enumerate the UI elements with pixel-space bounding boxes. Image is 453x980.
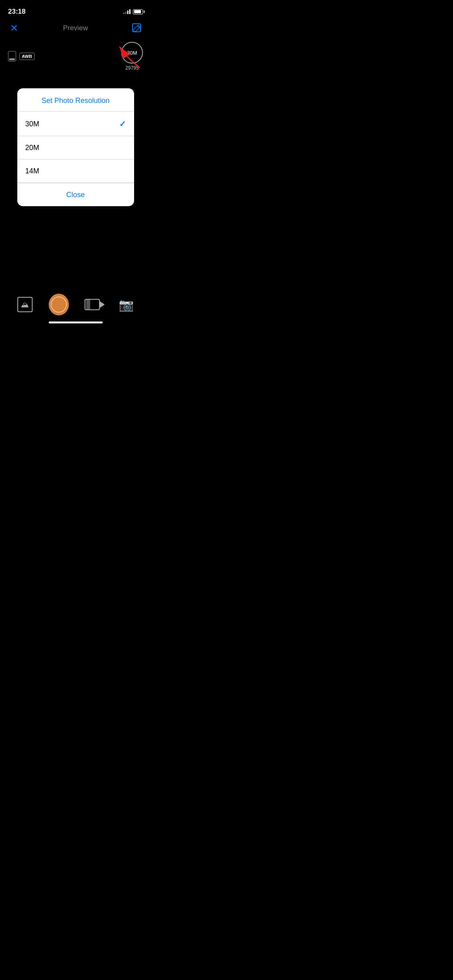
resolution-dialog: Set Photo Resolution 30M ✓ 20M 14M Close xyxy=(17,89,134,206)
camera-controls: AWB 30M 29795 xyxy=(0,39,151,74)
option-14m-label: 14M xyxy=(25,167,39,175)
header: ✕ Preview xyxy=(0,18,151,39)
dialog-title: Set Photo Resolution xyxy=(17,89,134,111)
close-button[interactable]: ✕ xyxy=(8,22,20,34)
video-toggle-button[interactable] xyxy=(82,294,102,315)
gallery-button[interactable]: ⛰ xyxy=(15,294,35,315)
status-icons xyxy=(123,9,143,14)
photo-camera-button[interactable]: 📷 xyxy=(116,294,136,315)
signal-bar-3 xyxy=(127,10,128,14)
signal-icon xyxy=(123,9,130,14)
camera-battery-icon xyxy=(8,51,16,62)
signal-bar-1 xyxy=(123,12,124,14)
gallery-mountain-icon: ⛰ xyxy=(21,300,29,309)
signal-bar-4 xyxy=(129,9,130,14)
dialog-close-button[interactable]: Close xyxy=(17,183,134,206)
edit-button[interactable] xyxy=(131,22,143,34)
dialog-close-label: Close xyxy=(66,191,85,199)
shutter-button[interactable] xyxy=(49,294,69,315)
option-30m-label: 30M xyxy=(25,119,39,128)
camera-battery-fill xyxy=(9,58,15,60)
option-14m[interactable]: 14M xyxy=(17,160,134,183)
photo-counter: 29795 xyxy=(125,65,139,71)
bottom-toolbar: ⛰ 📷 xyxy=(0,294,151,315)
home-indicator xyxy=(49,321,103,323)
left-controls: AWB xyxy=(8,51,35,62)
status-bar: 23:18 xyxy=(0,0,151,18)
video-bar xyxy=(86,300,90,309)
option-30m-checkmark: ✓ xyxy=(119,119,126,129)
signal-bar-2 xyxy=(125,12,126,14)
video-triangle-icon xyxy=(100,301,105,308)
close-x-icon: ✕ xyxy=(10,23,18,33)
video-icon xyxy=(85,299,100,310)
status-time: 23:18 xyxy=(8,8,25,16)
resolution-button[interactable]: 30M xyxy=(121,42,143,64)
shutter-icon xyxy=(49,294,69,315)
header-title: Preview xyxy=(63,24,88,32)
gallery-icon: ⛰ xyxy=(17,297,33,312)
battery-fill xyxy=(134,10,141,13)
awb-badge[interactable]: AWB xyxy=(19,53,35,60)
option-20m-label: 20M xyxy=(25,144,39,152)
shutter-inner-ring xyxy=(51,296,67,313)
option-30m[interactable]: 30M ✓ xyxy=(17,112,134,136)
photo-camera-icon: 📷 xyxy=(119,298,134,312)
option-20m[interactable]: 20M xyxy=(17,136,134,160)
right-controls: 30M 29795 xyxy=(121,42,143,71)
battery-icon xyxy=(133,9,143,14)
edit-icon xyxy=(132,23,142,33)
